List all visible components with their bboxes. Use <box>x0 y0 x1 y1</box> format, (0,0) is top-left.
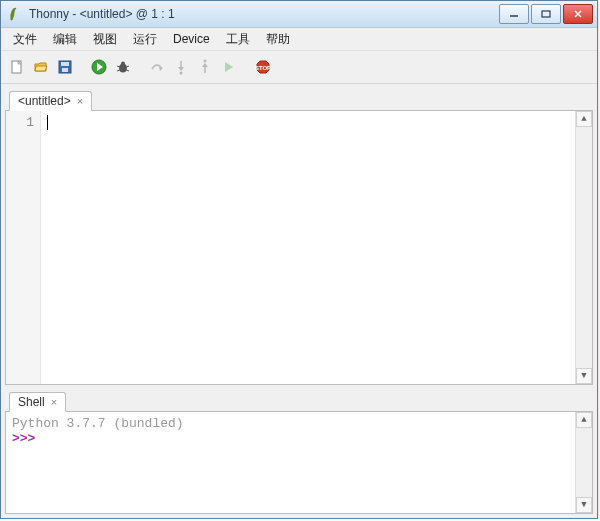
window-title: Thonny - <untitled> @ 1 : 1 <box>29 7 499 21</box>
window-controls <box>499 4 593 24</box>
debug-button[interactable] <box>113 57 133 77</box>
close-tab-icon[interactable]: × <box>51 397 57 408</box>
step-into-button[interactable] <box>171 57 191 77</box>
scroll-up-icon[interactable]: ▲ <box>576 111 592 127</box>
svg-text:STOP: STOP <box>255 65 271 71</box>
editor-body: 1 ▲ ▼ <box>6 111 592 384</box>
shell-banner: Python 3.7.7 (bundled) <box>12 416 586 431</box>
scroll-down-icon[interactable]: ▼ <box>576 368 592 384</box>
shell-scrollbar[interactable]: ▲ ▼ <box>575 412 592 513</box>
shell-tab[interactable]: Shell × <box>9 392 66 412</box>
menu-bar: 文件 编辑 视图 运行 Device 工具 帮助 <box>1 28 597 51</box>
caret <box>47 115 48 130</box>
svg-point-20 <box>180 72 183 75</box>
editor-scrollbar[interactable]: ▲ ▼ <box>575 111 592 384</box>
editor-tabstrip: <untitled> × <box>5 88 593 111</box>
run-button[interactable] <box>89 57 109 77</box>
menu-run[interactable]: 运行 <box>125 29 165 50</box>
svg-marker-24 <box>225 62 233 72</box>
workspace: <untitled> × 1 ▲ ▼ Shell × <box>1 84 597 518</box>
toolbar: STOP <box>1 51 597 84</box>
menu-edit[interactable]: 编辑 <box>45 29 85 50</box>
maximize-button[interactable] <box>531 4 561 24</box>
scroll-up-icon[interactable]: ▲ <box>576 412 592 428</box>
save-button[interactable] <box>55 57 75 77</box>
step-out-button[interactable] <box>195 57 215 77</box>
new-file-button[interactable] <box>7 57 27 77</box>
shell-pane: Shell × Python 3.7.7 (bundled) >>> ▲ ▼ <box>5 389 593 514</box>
line-number-gutter: 1 <box>6 111 41 384</box>
stop-icon: STOP <box>255 59 271 75</box>
shell-prompt: >>> <box>12 431 35 446</box>
step-out-icon <box>197 59 213 75</box>
editor-tab-label: <untitled> <box>18 94 71 108</box>
step-into-icon <box>173 59 189 75</box>
svg-line-15 <box>117 70 120 71</box>
svg-rect-1 <box>542 11 550 17</box>
svg-marker-22 <box>202 63 208 67</box>
code-editor[interactable] <box>41 111 575 384</box>
svg-point-12 <box>121 62 125 66</box>
line-number: 1 <box>6 115 34 130</box>
menu-file[interactable]: 文件 <box>5 29 45 50</box>
shell-tabstrip: Shell × <box>5 389 593 412</box>
menu-tools[interactable]: 工具 <box>218 29 258 50</box>
resume-button[interactable] <box>219 57 239 77</box>
menu-help[interactable]: 帮助 <box>258 29 298 50</box>
new-file-icon <box>9 59 25 75</box>
shell-body[interactable]: Python 3.7.7 (bundled) >>> ▲ ▼ <box>6 412 592 513</box>
open-file-button[interactable] <box>31 57 51 77</box>
step-over-button[interactable] <box>147 57 167 77</box>
svg-rect-8 <box>62 68 68 72</box>
svg-rect-7 <box>61 62 69 66</box>
shell-tab-label: Shell <box>18 395 45 409</box>
scroll-down-icon[interactable]: ▼ <box>576 497 592 513</box>
svg-marker-19 <box>178 67 184 71</box>
app-icon <box>7 6 23 22</box>
title-bar: Thonny - <untitled> @ 1 : 1 <box>1 1 597 28</box>
stop-button[interactable]: STOP <box>253 57 273 77</box>
close-button[interactable] <box>563 4 593 24</box>
run-icon <box>91 59 107 75</box>
save-icon <box>57 59 73 75</box>
close-tab-icon[interactable]: × <box>77 96 83 107</box>
menu-device[interactable]: Device <box>165 30 218 48</box>
app-window: Thonny - <untitled> @ 1 : 1 文件 编辑 视图 运行 … <box>0 0 598 519</box>
svg-line-16 <box>126 70 129 71</box>
menu-view[interactable]: 视图 <box>85 29 125 50</box>
debug-icon <box>115 59 131 75</box>
editor-tab-untitled[interactable]: <untitled> × <box>9 91 92 111</box>
resume-icon <box>221 59 237 75</box>
open-file-icon <box>33 59 49 75</box>
minimize-button[interactable] <box>499 4 529 24</box>
editor-pane: <untitled> × 1 ▲ ▼ <box>5 88 593 385</box>
svg-point-23 <box>204 60 207 63</box>
step-over-icon <box>149 59 165 75</box>
